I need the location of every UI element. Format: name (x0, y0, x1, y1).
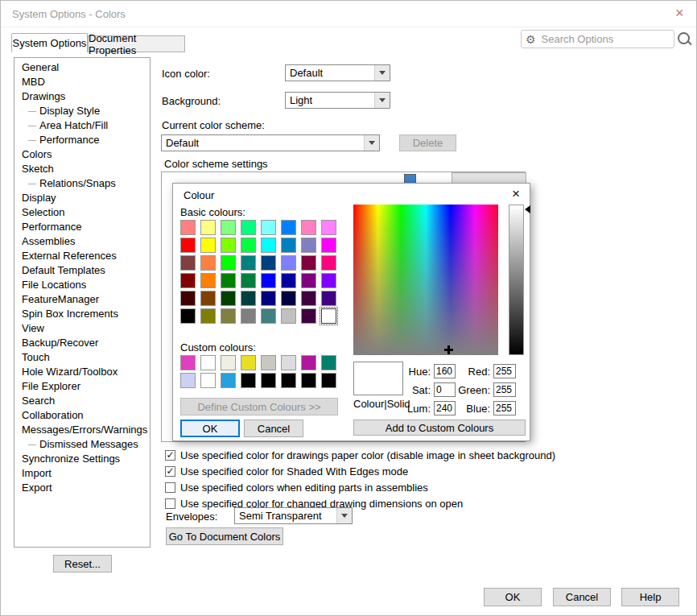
hue-saturation-field[interactable] (353, 205, 498, 355)
reset-button[interactable]: Reset... (53, 555, 112, 573)
basic-colour-swatch[interactable] (321, 238, 336, 253)
cancel-button[interactable]: Cancel (553, 588, 611, 606)
basic-colour-swatch[interactable] (281, 291, 296, 306)
custom-colour-swatch[interactable] (241, 355, 256, 370)
help-button[interactable]: Help (621, 588, 679, 606)
sidebar-item-performance[interactable]: Performance (14, 220, 150, 234)
checkbox-row[interactable]: ✓Use specified color for drawings paper … (165, 449, 555, 461)
basic-colour-swatch[interactable] (200, 255, 216, 271)
sidebar-item-synchronize-settings[interactable]: Synchronize Settings (14, 452, 150, 466)
basic-colour-swatch[interactable] (241, 308, 256, 324)
sidebar-item-external-references[interactable]: External References (14, 249, 150, 263)
custom-colour-swatch[interactable] (200, 355, 216, 370)
custom-colour-swatch[interactable] (221, 355, 236, 370)
sidebar-item-mbd[interactable]: MBD (14, 75, 150, 89)
go-to-document-colors-button[interactable]: Go To Document Colors (166, 527, 283, 545)
basic-colour-swatch[interactable] (221, 273, 236, 288)
sidebar-item-assemblies[interactable]: Assemblies (14, 234, 150, 249)
sidebar-item-default-templates[interactable]: Default Templates (14, 263, 150, 278)
basic-colour-swatch[interactable] (200, 220, 216, 235)
blue-field[interactable] (493, 401, 516, 415)
search-options-box[interactable]: ⚙ (521, 30, 674, 48)
custom-colour-swatch[interactable] (321, 373, 336, 388)
basic-colour-swatch[interactable] (301, 238, 316, 253)
basic-colour-swatch[interactable] (180, 238, 196, 253)
basic-colour-swatch[interactable] (281, 255, 296, 271)
basic-colour-swatch[interactable] (321, 255, 336, 271)
search-input[interactable] (540, 32, 670, 46)
basic-colour-swatch[interactable] (261, 238, 276, 253)
checkbox-row[interactable]: ✓Use specified color for Shaded With Edg… (165, 465, 555, 478)
basic-colour-swatch[interactable] (321, 220, 336, 235)
basic-colour-swatch[interactable] (180, 255, 196, 271)
sidebar-item-search[interactable]: Search (14, 394, 150, 408)
sidebar-item-touch[interactable]: Touch (14, 350, 150, 365)
sidebar-item-relations-snaps[interactable]: Relations/Snaps (14, 176, 150, 191)
basic-colour-swatch[interactable] (200, 238, 216, 253)
sidebar-item-hole-wizard-toolbox[interactable]: Hole Wizard/Toolbox (14, 365, 150, 379)
sidebar-item-backup-recover[interactable]: Backup/Recover (14, 336, 150, 350)
sidebar-item-export[interactable]: Export (14, 481, 150, 495)
sidebar-item-file-locations[interactable]: File Locations (14, 278, 150, 292)
sidebar-item-performance[interactable]: Performance (14, 133, 150, 147)
custom-colour-swatch[interactable] (301, 355, 316, 370)
basic-colour-swatch[interactable] (221, 220, 236, 235)
basic-colour-swatch[interactable] (200, 291, 216, 306)
custom-colour-swatch[interactable] (281, 355, 296, 370)
basic-colour-swatch[interactable] (241, 238, 256, 253)
tab-document-properties[interactable]: Document Properties (88, 35, 185, 52)
basic-colour-swatch[interactable] (180, 273, 196, 288)
sidebar-item-import[interactable]: Import (14, 466, 150, 481)
sidebar-item-spin-box-increments[interactable]: Spin Box Increments (14, 307, 150, 321)
custom-colour-swatch[interactable] (221, 373, 236, 388)
add-to-custom-colours-button[interactable]: Add to Custom Colours (353, 420, 526, 436)
checkbox[interactable] (165, 482, 175, 493)
luminance-slider[interactable] (509, 205, 524, 355)
sidebar-item-area-hatch-fill[interactable]: Area Hatch/Fill (14, 118, 150, 133)
dialog-cancel-button[interactable]: Cancel (244, 420, 303, 437)
tab-system-options[interactable]: System Options (11, 33, 88, 52)
basic-colour-swatch[interactable] (321, 291, 336, 306)
sidebar-item-featuremanager[interactable]: FeatureManager (14, 292, 150, 307)
basic-colour-swatch[interactable] (261, 308, 276, 324)
basic-colour-swatch[interactable] (221, 238, 236, 253)
custom-colour-swatch[interactable] (301, 373, 316, 388)
basic-colour-swatch[interactable] (301, 308, 316, 324)
basic-colour-swatch[interactable] (301, 291, 316, 306)
basic-colour-swatch[interactable] (281, 308, 296, 324)
basic-colour-swatch[interactable] (261, 255, 276, 271)
gear-icon[interactable]: ⚙ (526, 34, 536, 45)
custom-colour-swatch[interactable] (200, 373, 216, 388)
luminance-arrow-icon[interactable] (525, 205, 530, 213)
sidebar-item-general[interactable]: General (14, 60, 150, 75)
sidebar-item-colors[interactable]: Colors (14, 147, 150, 162)
checkbox-row[interactable]: Use specified colors when editing parts … (165, 481, 555, 494)
color-scheme-select[interactable]: Default (161, 134, 380, 151)
custom-colour-swatch[interactable] (261, 373, 276, 388)
sidebar-item-file-explorer[interactable]: File Explorer (14, 379, 150, 394)
sidebar-item-drawings[interactable]: Drawings (14, 89, 150, 104)
checkbox-row[interactable]: Use specified color for changed drawing … (165, 497, 555, 510)
custom-colour-swatch[interactable] (321, 355, 336, 370)
basic-colour-swatch[interactable] (301, 255, 316, 271)
sidebar-item-dismissed-messages[interactable]: Dismissed Messages (14, 437, 150, 452)
basic-colour-swatch[interactable] (261, 220, 276, 235)
envelopes-select[interactable]: Semi Transparent (234, 507, 353, 524)
color-crosshair-marker[interactable] (444, 345, 453, 354)
checkbox[interactable]: ✓ (165, 466, 175, 477)
basic-colour-swatch[interactable] (301, 220, 316, 235)
custom-colour-swatch[interactable] (180, 373, 196, 388)
background-select[interactable]: Light (285, 92, 390, 109)
sidebar-item-collaboration[interactable]: Collaboration (14, 408, 150, 423)
basic-colour-swatch[interactable] (241, 291, 256, 306)
checkbox[interactable] (165, 498, 175, 509)
checkbox[interactable]: ✓ (165, 450, 175, 461)
sidebar-item-selection[interactable]: Selection (14, 205, 150, 220)
custom-colour-swatch[interactable] (261, 355, 276, 370)
custom-colour-swatch[interactable] (281, 373, 296, 388)
basic-colour-swatch[interactable] (241, 255, 256, 271)
icon-color-select[interactable]: Default (285, 64, 390, 81)
sidebar-item-display-style[interactable]: Display Style (14, 104, 150, 118)
red-field[interactable] (493, 364, 516, 378)
basic-colour-swatch[interactable] (180, 291, 196, 306)
